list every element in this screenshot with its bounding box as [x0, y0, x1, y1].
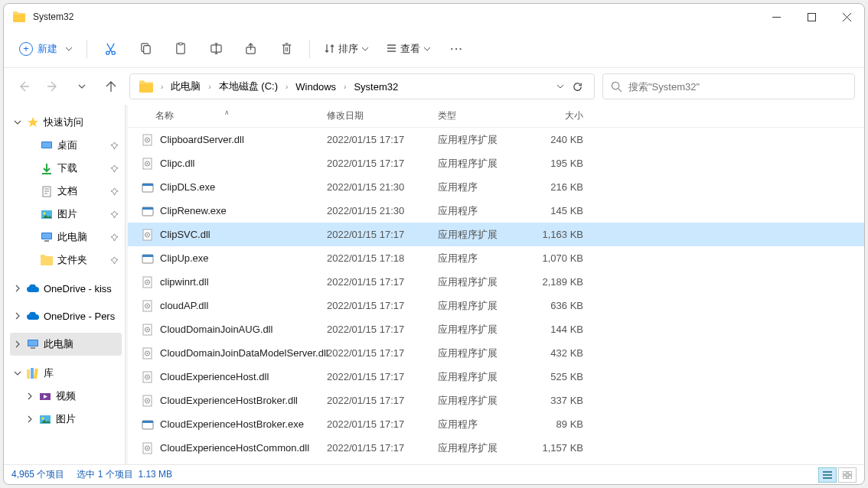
file-type: 应用程序扩展: [438, 370, 530, 384]
breadcrumb-item[interactable]: 本地磁盘 (C:): [214, 76, 282, 96]
video-icon: [39, 390, 51, 402]
sidebar-item[interactable]: 下载: [10, 157, 122, 180]
folder-icon[interactable]: [135, 77, 158, 96]
minimize-button[interactable]: [759, 4, 794, 30]
file-row[interactable]: CloudDomainJoinDataModelServer.dll2022/0…: [128, 341, 864, 365]
file-list[interactable]: ClipboardServer.dll2022/01/15 17:17应用程序扩…: [128, 128, 864, 464]
search-box[interactable]: [602, 73, 855, 99]
titlebar[interactable]: System32: [4, 4, 864, 30]
file-icon: [142, 205, 154, 217]
up-button[interactable]: [100, 76, 122, 97]
pc-icon: [27, 338, 39, 350]
file-row[interactable]: ClipDLS.exe2022/01/15 21:30应用程序216 KB: [128, 175, 864, 199]
delete-button[interactable]: [269, 34, 303, 63]
close-button[interactable]: [829, 4, 864, 30]
sidebar-item[interactable]: 图片: [10, 203, 122, 226]
cut-button[interactable]: [93, 34, 127, 63]
file-name: CloudExperienceHostBroker.dll: [160, 395, 298, 406]
sidebar-item-library[interactable]: 库: [10, 362, 122, 385]
breadcrumb-item[interactable]: 此电脑: [166, 76, 205, 96]
sort-button[interactable]: 排序: [316, 34, 377, 63]
chevron-down-icon: [13, 119, 22, 126]
file-type: 应用程序: [438, 418, 530, 431]
file-size: 144 KB: [530, 324, 583, 335]
column-date[interactable]: 修改日期: [327, 109, 438, 122]
sidebar-item[interactable]: 此电脑: [10, 226, 122, 249]
copy-button[interactable]: [129, 34, 162, 63]
rename-button[interactable]: [199, 34, 233, 63]
share-button[interactable]: [234, 34, 268, 63]
chevron-down-icon: [361, 47, 369, 51]
file-row[interactable]: CloudExperienceHostBroker.dll2022/01/15 …: [128, 389, 864, 412]
pin-icon: [110, 210, 119, 219]
sidebar-item-onedrive[interactable]: OneDrive - kiss: [10, 278, 122, 299]
file-row[interactable]: CloudExperienceHostCommon.dll2022/01/15 …: [128, 436, 864, 460]
file-icon: [142, 347, 154, 359]
column-size[interactable]: 大小: [530, 109, 583, 122]
sidebar-item-this-pc[interactable]: 此电脑: [10, 333, 122, 356]
file-row[interactable]: ClipRenew.exe2022/01/15 21:30应用程序145 KB: [128, 199, 864, 223]
file-row[interactable]: ClipboardServer.dll2022/01/15 17:17应用程序扩…: [128, 128, 864, 151]
file-name: clipwinrt.dll: [160, 276, 209, 288]
file-row[interactable]: CloudExperienceHost.dll2022/01/15 17:17应…: [128, 365, 864, 389]
sidebar-item[interactable]: 图片: [10, 408, 122, 431]
pin-icon: [110, 142, 119, 150]
chevron-right-icon: [13, 340, 22, 348]
file-row[interactable]: CloudDomainJoinAUG.dll2022/01/15 17:17应用…: [128, 317, 864, 341]
file-name: CloudExperienceHostCommon.dll: [160, 442, 309, 454]
refresh-button[interactable]: [572, 81, 583, 93]
paste-button[interactable]: [164, 34, 197, 63]
svg-rect-22: [31, 368, 34, 379]
more-button[interactable]: ···: [440, 34, 474, 63]
column-type[interactable]: 类型: [438, 109, 530, 122]
file-size: 337 KB: [530, 395, 583, 406]
file-size: 432 KB: [530, 347, 583, 359]
view-icons-button[interactable]: [838, 467, 857, 483]
svg-point-47: [147, 305, 148, 307]
new-button[interactable]: + 新建: [11, 37, 80, 60]
file-row[interactable]: clipwinrt.dll2022/01/15 17:17应用程序扩展2,189…: [128, 270, 864, 294]
sort-asc-icon: ∧: [224, 109, 230, 116]
file-icon: [142, 134, 154, 146]
recent-button[interactable]: [71, 76, 93, 97]
sidebar-item[interactable]: 文件夹: [10, 249, 122, 272]
file-row[interactable]: CloudExperienceHostBroker.exe2022/01/15 …: [128, 412, 864, 436]
file-type: 应用程序扩展: [438, 157, 530, 171]
status-items: 4,965 个项目: [11, 468, 64, 481]
sidebar-item[interactable]: 视频: [10, 385, 122, 408]
chevron-down-icon[interactable]: [556, 84, 564, 89]
doc-icon: [41, 185, 53, 197]
file-row[interactable]: ClipUp.exe2022/01/15 17:18应用程序1,070 KB: [128, 246, 864, 270]
maximize-button[interactable]: [794, 4, 829, 30]
library-icon: [27, 367, 39, 379]
view-icon: [386, 43, 397, 54]
file-type: 应用程序扩展: [438, 441, 530, 455]
file-row[interactable]: cloudAP.dll2022/01/15 17:17应用程序扩展636 KB: [128, 294, 864, 317]
view-details-button[interactable]: [818, 467, 837, 483]
file-row[interactable]: ClipSVC.dll2022/01/15 17:17应用程序扩展1,163 K…: [128, 223, 864, 246]
separator: [86, 40, 87, 58]
chevron-right-icon[interactable]: ›: [342, 83, 348, 91]
sidebar-item-quick-access[interactable]: 快速访问: [10, 111, 122, 134]
file-row[interactable]: Clipc.dll2022/01/15 17:17应用程序扩展195 KB: [128, 151, 864, 175]
svg-point-26: [42, 417, 44, 419]
pc-icon: [41, 231, 53, 243]
breadcrumb-item[interactable]: System32: [349, 78, 403, 96]
view-button[interactable]: 查看: [378, 34, 439, 63]
back-button[interactable]: [13, 76, 34, 97]
chevron-right-icon[interactable]: ›: [207, 83, 212, 91]
breadcrumb[interactable]: › 此电脑 › 本地磁盘 (C:) › Windows › System32: [129, 73, 595, 99]
chevron-right-icon[interactable]: ›: [284, 83, 289, 91]
breadcrumb-item[interactable]: Windows: [291, 78, 341, 96]
column-name[interactable]: 名称∧: [128, 109, 327, 122]
file-size: 89 KB: [530, 418, 583, 430]
sidebar-item[interactable]: 文档: [10, 180, 122, 203]
sidebar-item-onedrive[interactable]: OneDrive - Pers: [10, 305, 122, 327]
sidebar-item[interactable]: 桌面: [10, 134, 122, 157]
search-input[interactable]: [628, 81, 847, 93]
forward-button[interactable]: [42, 76, 64, 97]
svg-rect-34: [142, 184, 153, 186]
chevron-right-icon: [13, 312, 22, 320]
chevron-right-icon[interactable]: ›: [159, 83, 165, 91]
file-icon: [142, 181, 154, 194]
